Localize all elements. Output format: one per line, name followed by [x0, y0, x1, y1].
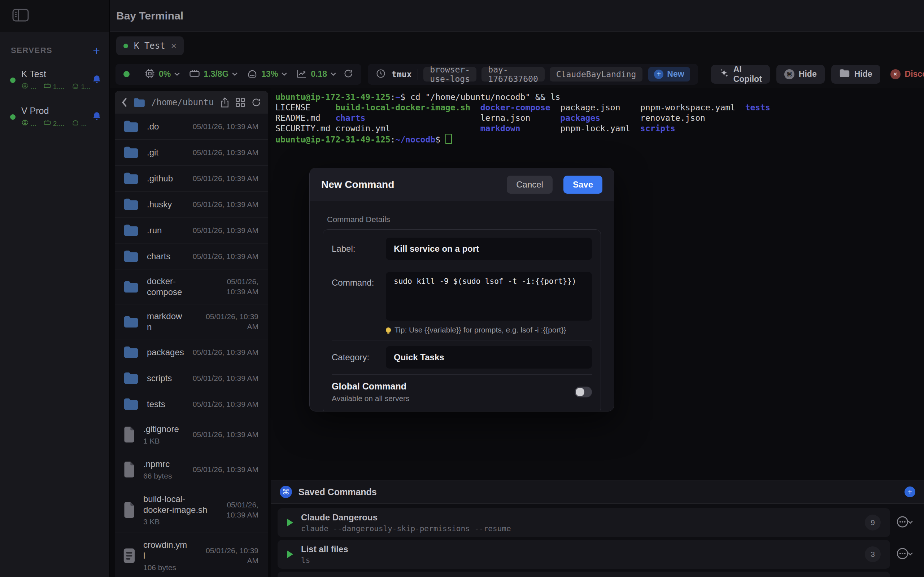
file-row[interactable]: charts05/01/26, 10:39 AM	[115, 243, 268, 269]
stat-chip-load[interactable]: 0.18	[296, 68, 336, 81]
server-name: V Prod	[21, 106, 86, 116]
saved-command-row[interactable]: Claude Dangerousclaude --dangerously-ski…	[278, 508, 890, 537]
file-row[interactable]: crowdin.yml106 bytes05/01/26, 10:39 AM	[115, 533, 268, 577]
new-session-button[interactable]: + New	[648, 67, 690, 82]
grid-view-icon[interactable]	[235, 97, 246, 108]
file-list: .do05/01/26, 10:39 AM.git05/01/26, 10:39…	[115, 114, 268, 577]
stats-refresh-icon[interactable]	[343, 69, 353, 80]
file-row[interactable]: tests05/01/26, 10:39 AM	[115, 391, 268, 417]
session-chip[interactable]: ClaudeBayLanding	[550, 67, 643, 82]
sidebar-toggle-icon[interactable]	[12, 9, 29, 23]
hide-commands-button[interactable]: ⌘ Hide	[776, 65, 825, 84]
file-row[interactable]: .git05/01/26, 10:39 AM	[115, 139, 268, 165]
run-command-play-icon[interactable]	[287, 519, 293, 527]
stat-chip-mem[interactable]: 1.3/8G	[189, 68, 237, 81]
toggle-knob	[576, 388, 584, 396]
app-window: SERVERS + K Test...1....1...V Prod...2..…	[0, 0, 924, 577]
terminal-text-segment: markdown	[480, 124, 520, 133]
chevron-down-icon	[281, 71, 287, 77]
tab-label: K Test	[134, 41, 165, 51]
file-row[interactable]: .github05/01/26, 10:39 AM	[115, 165, 268, 191]
modal-header: New Command Cancel Save	[310, 168, 614, 201]
terminal-text-segment: $	[435, 135, 446, 144]
refresh-icon[interactable]	[251, 97, 261, 108]
file-name: docker-compose	[147, 276, 198, 298]
more-options-icon[interactable]	[896, 548, 913, 561]
save-button[interactable]: Save	[564, 176, 603, 193]
session-chip[interactable]: browser-use-logs	[423, 67, 477, 82]
saved-command-row[interactable]: List all filesls3	[278, 540, 890, 569]
folder-icon	[123, 280, 139, 293]
saved-command-row-partial[interactable]: Running processes on a port{{x}}	[278, 572, 890, 577]
tab-close-icon[interactable]: ×	[171, 42, 176, 49]
file-row[interactable]: .husky05/01/26, 10:39 AM	[115, 191, 268, 217]
tab-k-test[interactable]: K Test ×	[116, 36, 184, 55]
tab-status-dot	[123, 44, 128, 48]
file-name: .npmrc	[143, 459, 172, 469]
back-chevron-icon[interactable]	[122, 98, 128, 107]
sidebar-server-item-v-prod[interactable]: V Prod...2.......	[0, 98, 109, 135]
more-options-icon[interactable]	[896, 516, 913, 529]
sidebar: SERVERS + K Test...1....1...V Prod...2..…	[0, 0, 110, 577]
ai-copilot-button[interactable]: AI Copilot	[711, 65, 770, 84]
main-area: Bay Terminal K Test × 0%1.3/8G13%0.18	[110, 0, 924, 577]
disconnect-button[interactable]: × Disconnect	[887, 69, 924, 79]
stat-chip-disk[interactable]: 13%	[247, 68, 287, 81]
file-row[interactable]: docker-compose05/01/26, 10:39 AM	[115, 269, 268, 304]
bell-icon[interactable]	[92, 75, 102, 85]
terminal-text-segment: :	[391, 135, 396, 144]
history-clock-icon[interactable]	[376, 69, 386, 80]
session-chip[interactable]: bay-1767637600	[481, 67, 544, 82]
global-command-toggle[interactable]	[575, 387, 592, 397]
file-row[interactable]: .npmrc66 bytes05/01/26, 10:39 AM	[115, 452, 268, 487]
command-textarea[interactable]: sudo kill -9 $(sudo lsof -t -i:{{port}})	[386, 272, 592, 321]
file-row[interactable]: scripts05/01/26, 10:39 AM	[115, 365, 268, 391]
run-command-play-icon[interactable]	[287, 550, 293, 558]
command-symbol-icon: ⌘	[784, 69, 795, 79]
file-date: 05/01/26, 10:39 AM	[193, 373, 258, 384]
label-field-label: Label:	[332, 244, 386, 254]
file-date: 05/01/26, 10:39 AM	[193, 399, 258, 409]
category-input[interactable]: Quick Tasks	[386, 346, 592, 369]
stat-chip-cpu[interactable]: 0%	[144, 68, 180, 81]
server-name: K Test	[21, 69, 86, 79]
saved-command-string: ls	[301, 556, 348, 565]
global-command-row: Global Command Available on all servers	[332, 374, 592, 411]
add-server-button[interactable]: +	[93, 47, 100, 54]
run-count-badge: 9	[865, 515, 881, 530]
file-info: .do	[147, 121, 159, 132]
file-row[interactable]: .gitignore1 KB05/01/26, 10:39 AM	[115, 417, 268, 452]
file-row[interactable]: packages05/01/26, 10:39 AM	[115, 339, 268, 365]
file-name: scripts	[147, 373, 172, 384]
terminal-cursor	[446, 134, 452, 144]
terminal-text-segment: ubuntu@ip-172-31-49-125	[275, 92, 391, 102]
cancel-button[interactable]: Cancel	[507, 176, 552, 193]
file-name: .run	[147, 225, 162, 236]
file-name: tests	[147, 399, 165, 410]
file-size: 106 bytes	[143, 563, 187, 572]
saved-commands-list: Claude Dangerousclaude --dangerously-ski…	[271, 504, 924, 577]
saved-command-info: Claude Dangerousclaude --dangerously-ski…	[301, 513, 511, 533]
folder-icon	[123, 172, 139, 185]
folder-icon	[123, 198, 139, 211]
server-status-dot	[10, 77, 16, 83]
sidebar-server-item-k-test[interactable]: K Test...1....1...	[0, 62, 109, 98]
plus-icon: +	[654, 69, 663, 79]
label-input[interactable]: Kill service on a port	[386, 238, 592, 260]
path-breadcrumb[interactable]: /home/ubuntu/	[151, 97, 215, 108]
file-row[interactable]: build-local-docker-image.sh3 KB05/01/26,…	[115, 487, 268, 533]
file-date: 05/01/26, 10:39 AM	[193, 200, 258, 210]
hide-files-button[interactable]: Hide	[831, 65, 880, 84]
file-row[interactable]: .run05/01/26, 10:39 AM	[115, 217, 268, 243]
divider	[137, 69, 137, 80]
bell-icon[interactable]	[92, 111, 102, 122]
file-row[interactable]: .do05/01/26, 10:39 AM	[115, 114, 268, 139]
terminal-text-segment	[470, 103, 480, 112]
add-command-button[interactable]: +	[905, 487, 915, 497]
file-date: 05/01/26, 10:39 AM	[193, 251, 258, 261]
file-row[interactable]: markdown05/01/26, 10:39 AM	[115, 304, 268, 339]
mem-icon	[189, 68, 200, 81]
file-size: 66 bytes	[143, 472, 172, 480]
command-tip-text: Tip: Use {{variable}} for prompts, e.g. …	[394, 326, 566, 334]
share-icon[interactable]	[220, 97, 229, 108]
